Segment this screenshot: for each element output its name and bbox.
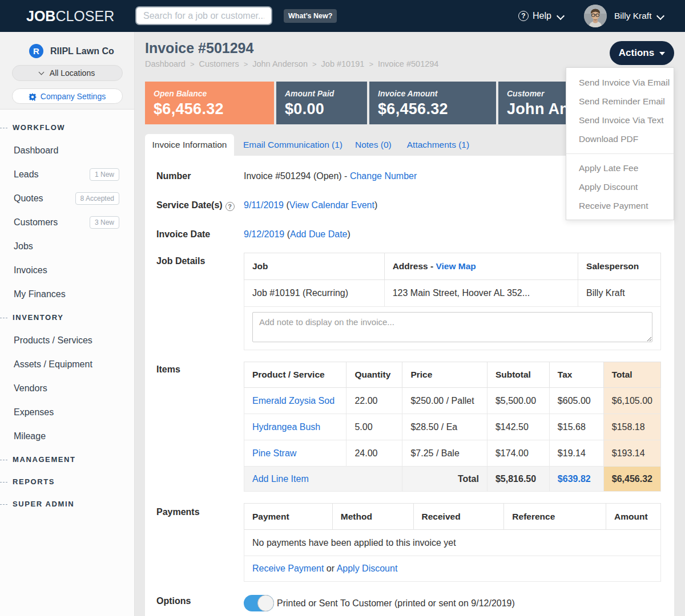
sidebar-item-assets-equipment[interactable]: Assets / Equipment — [0, 352, 134, 376]
view-calendar-event-link[interactable]: View Calendar Event — [289, 200, 374, 210]
options-label: Options — [156, 596, 244, 606]
invoice-date-link[interactable]: 9/12/2019 — [244, 229, 284, 239]
items-total-label: Total — [402, 467, 487, 492]
all-locations-dropdown[interactable]: All Locations — [12, 65, 123, 81]
menu-item-send-reminder-email[interactable]: Send Reminder Email — [566, 92, 674, 111]
sidebar-item-label: Dashboard — [14, 145, 58, 156]
item-subtotal: $174.00 — [487, 440, 549, 467]
item-subtotal: $142.50 — [487, 414, 549, 440]
add-line-item-link[interactable]: Add Line Item — [252, 474, 309, 484]
tab-attachments[interactable]: Attachments (1) — [407, 140, 469, 150]
quotes-badge: 8 Accepted — [75, 192, 119, 205]
sidebar-item-quotes[interactable]: Quotes8 Accepted — [0, 187, 134, 210]
dash-icon — [0, 318, 7, 318]
menu-item-apply-discount[interactable]: Apply Discount — [566, 177, 674, 196]
avatar[interactable] — [584, 5, 607, 27]
payments-empty-message: No payments have been applied to this in… — [244, 530, 661, 556]
receive-payment-link[interactable]: Receive Payment — [252, 564, 324, 573]
help-menu[interactable]: ? Help — [518, 0, 563, 32]
sidebar-item-leads[interactable]: Leads1 New — [0, 163, 134, 187]
invoice-date-row: Invoice Date 9/12/2019 (Add Due Date) — [145, 229, 674, 240]
breadcrumb-john-anderson[interactable]: John Anderson — [252, 59, 308, 68]
caret-down-icon — [659, 52, 665, 55]
tab-email-communication[interactable]: Email Communication (1) — [243, 140, 342, 150]
add-due-date-link[interactable]: Add Due Date — [290, 229, 348, 239]
menu-item-receive-payment[interactable]: Receive Payment — [566, 196, 674, 215]
service-date-value: 9/11/2019 (View Calendar Event) — [244, 200, 377, 210]
service-date-link[interactable]: 9/11/2019 — [244, 200, 284, 210]
invoice-date-label: Invoice Date — [156, 229, 244, 240]
sidebar-item-customers[interactable]: Customers3 New — [0, 210, 134, 234]
view-map-link[interactable]: View Map — [436, 261, 476, 271]
breadcrumb-customers[interactable]: Customers — [199, 59, 239, 68]
apply-discount-link[interactable]: Apply Discount — [337, 564, 398, 573]
service-date-label: Service Date(s)? — [156, 200, 244, 210]
user-menu[interactable]: Billy Kraft — [614, 0, 663, 32]
items-header-total: Total — [603, 362, 660, 388]
help-circle-icon[interactable]: ? — [225, 202, 235, 211]
tab-notes[interactable]: Notes (0) — [355, 140, 392, 150]
item-product-link[interactable]: Pine Straw — [252, 448, 296, 458]
sidebar-item-label: My Finances — [14, 289, 66, 299]
whats-new-button[interactable]: What’s New? — [284, 9, 337, 23]
sidebar-nav: WORKFLOW Dashboard Leads1 New Quotes8 Ac… — [0, 110, 134, 515]
breadcrumb-current: Invoice #501294 — [378, 59, 438, 68]
tab-invoice-information[interactable]: Invoice Information — [145, 134, 234, 156]
company-row: R RIIPL Lawn Co — [0, 44, 134, 58]
item-product-link[interactable]: Emerald Zoysia Sod — [252, 396, 335, 406]
item-tax: $19.14 — [549, 440, 603, 467]
customers-badge: 3 New — [90, 216, 119, 229]
sidebar-item-mileage[interactable]: Mileage — [0, 424, 134, 448]
breadcrumb-separator: > — [312, 60, 317, 68]
sidebar-item-my-finances[interactable]: My Finances — [0, 282, 134, 306]
job-details-label: Job Details — [156, 253, 244, 266]
sidebar-section-workflow[interactable]: WORKFLOW — [0, 116, 134, 139]
items-header-subtotal: Subtotal — [487, 362, 549, 388]
sidebar-section-reports[interactable]: REPORTS — [0, 471, 134, 493]
printed-toggle[interactable] — [244, 595, 274, 611]
breadcrumb-job[interactable]: Job #10191 — [321, 59, 365, 68]
items-footer-tax-link[interactable]: $639.82 — [558, 474, 591, 484]
breadcrumb-separator: > — [190, 60, 195, 68]
breadcrumb-dashboard[interactable]: Dashboard — [145, 59, 186, 68]
gear-icon — [29, 93, 37, 101]
item-total: $158.18 — [603, 414, 660, 440]
breadcrumb-separator: > — [244, 60, 248, 68]
sidebar-section-management[interactable]: MANAGEMENT — [0, 448, 134, 471]
sidebar-item-jobs[interactable]: Jobs — [0, 234, 134, 258]
change-number-link[interactable]: Change Number — [350, 171, 417, 181]
invoice-note-input[interactable] — [252, 312, 652, 342]
company-settings-button[interactable]: Company Settings — [12, 88, 123, 104]
company-logo: R — [29, 44, 43, 58]
item-row: Emerald Zoysia Sod 22.00 $250.00 / Palle… — [244, 388, 661, 414]
section-title: INVENTORY — [13, 313, 64, 322]
menu-item-apply-late-fee[interactable]: Apply Late Fee — [566, 159, 674, 177]
chevron-down-icon — [658, 12, 663, 18]
item-price: $28.50 / Ea — [402, 414, 487, 440]
search-input[interactable] — [135, 6, 272, 25]
sidebar-item-label: Assets / Equipment — [14, 359, 92, 370]
sidebar-item-label: Jobs — [14, 241, 33, 252]
sidebar-item-products-services[interactable]: Products / Services — [0, 329, 134, 352]
sidebar-item-vendors[interactable]: Vendors — [0, 376, 134, 400]
company-name: RIIPL Lawn Co — [50, 46, 114, 56]
actions-button[interactable]: Actions — [610, 41, 674, 65]
app-logo[interactable]: JOBCLOSER — [26, 7, 114, 25]
sidebar-item-dashboard[interactable]: Dashboard — [0, 139, 134, 163]
toggle-knob — [257, 595, 274, 611]
sidebar-section-inventory[interactable]: INVENTORY — [0, 306, 134, 329]
sidebar-item-expenses[interactable]: Expenses — [0, 400, 134, 424]
job-cell: Job #10191 (Recurring) — [244, 280, 385, 307]
number-value: Invoice #501294 (Open) - Change Number — [244, 171, 417, 181]
item-product-link[interactable]: Hydrangea Bush — [252, 422, 320, 432]
breadcrumb-separator: > — [369, 60, 373, 68]
menu-item-send-invoice-via-email[interactable]: Send Invoice Via Email — [566, 73, 674, 92]
sidebar-item-invoices[interactable]: Invoices — [0, 258, 134, 282]
section-title: SUPER ADMIN — [13, 500, 74, 508]
sidebar-company-block: R RIIPL Lawn Co All Locations Company Se… — [0, 32, 134, 110]
menu-item-download-pdf[interactable]: Download PDF — [566, 129, 674, 148]
paren: ) — [374, 200, 377, 210]
sidebar-section-super-admin[interactable]: SUPER ADMIN — [0, 493, 134, 515]
card-open-balance: Open Balance $6,456.32 — [145, 82, 274, 124]
menu-item-send-invoice-via-text[interactable]: Send Invoice Via Text — [566, 111, 674, 129]
